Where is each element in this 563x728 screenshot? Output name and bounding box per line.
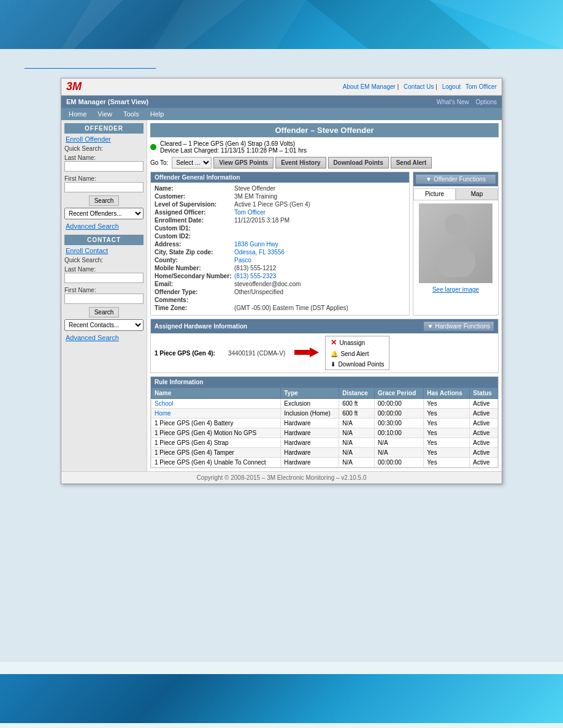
info-row-enrollment: Enrollment Date: 11/12/2015 3:18 PM [155,217,405,224]
recent-offenders-select[interactable]: Recent Offenders... [64,208,144,219]
banner-decoration [0,0,563,49]
contact-link[interactable]: Contact Us [404,83,434,90]
cell-distance: 600 ft [339,409,375,419]
address-link[interactable]: 1838 Gunn Hwy [234,241,278,248]
app-topbar: 3M About EM Manager | Contact Us | Logou… [61,78,502,96]
sidebar-contact-section: CONTACT Enroll Contact Quick Search: Las… [64,235,144,341]
cell-name: 1 Piece GPS (Gen 4) Unable To Connect [151,458,281,468]
offender-search-button[interactable]: Search [89,195,120,206]
name-label: Name: [155,185,234,192]
email-value: steveoffender@doc.com [234,281,301,287]
svg-point-6 [436,243,475,277]
last-name-input[interactable] [64,161,144,172]
status-text: Cleared – 1 Piece GPS (Gen 4) Strap (3.6… [160,140,307,154]
mobile-label: Mobile Number: [155,265,234,271]
cell-type: Hardware [281,458,339,468]
cell-distance: N/A [339,448,375,458]
whats-new-link[interactable]: What's New [437,99,469,105]
svg-point-5 [445,214,467,236]
cell-name: Home [151,409,281,419]
logout-link[interactable]: Logout [442,83,461,90]
enrollment-label: Enrollment Date: [155,217,234,224]
cell-grace: 00:00:00 [374,458,423,468]
info-row-mobile: Mobile Number: (813) 555-1212 [155,265,405,271]
row-name-link[interactable]: School [155,400,174,407]
first-name-input[interactable] [64,182,144,192]
custom1-label: Custom ID1: [155,225,234,232]
name-value: Steve Offender [234,185,275,192]
map-tab[interactable]: Map [456,188,498,200]
offender-functions-bar: ▼ Offender Functions [413,172,498,186]
last-name-label: Last Name: [64,154,144,161]
enroll-offender-link[interactable]: Enroll Offender [66,135,144,143]
status-bar: Cleared – 1 Piece GPS (Gen 4) Strap (3.6… [150,140,499,154]
top-banner [0,0,563,49]
offender-info-panel: Offender General Information Name: Steve… [150,172,410,316]
view-gps-button[interactable]: View GPS Points [213,157,274,169]
col-status: Status [470,388,498,399]
photo-tabs: Picture Map [413,188,498,200]
cell-status: Active [470,448,498,458]
contact-first-name-input[interactable] [64,294,144,304]
advanced-search-link[interactable]: Advanced Search [66,222,144,230]
svg-marker-7 [294,347,319,357]
city-link[interactable]: Odessa, FL 33556 [234,249,285,256]
picture-tab[interactable]: Picture [413,188,456,200]
county-label: County: [155,257,234,264]
enroll-contact-link[interactable]: Enroll Contact [66,247,144,254]
cell-type: Hardware [281,448,339,458]
contact-last-name-input[interactable] [64,273,144,283]
quick-search-label: Quick Search: [64,145,144,152]
menu-tools[interactable]: Tools [121,110,142,118]
rule-title: Rule Information [155,379,203,385]
right-arrow-icon [294,346,319,358]
advanced-search-contact-link[interactable]: Advanced Search [66,334,144,341]
info-row-name: Name: Steve Offender [155,185,405,192]
download-points-menu-item[interactable]: ⬇ Download Points [326,359,389,370]
rules-table: Name Type Distance Grace Period Has Acti… [151,387,498,468]
hardware-functions-button[interactable]: ▼ Hardware Functions [423,321,494,332]
contact-search-button[interactable]: Search [89,307,120,317]
mobile-value: (813) 555-1212 [234,265,276,271]
col-has-actions: Has Actions [424,388,470,399]
send-alert-menu-item[interactable]: 🔔 Send Alert [326,349,389,359]
home-phone-link[interactable]: (813) 555-2323 [234,273,276,279]
info-section: Offender General Information Name: Steve… [150,172,499,316]
send-alert-button[interactable]: Send Alert [391,157,432,169]
info-row-address: Address: 1838 Gunn Hwy [155,241,405,248]
menu-home[interactable]: Home [66,110,89,118]
breadcrumb-link[interactable]: ___________________________________ [25,61,538,69]
about-link[interactable]: About EM Manager [343,83,396,90]
menu-help[interactable]: Help [148,110,167,118]
event-history-button[interactable]: Event History [275,157,326,169]
titlebar-nav: What's New Options [432,99,497,105]
cell-has_actions: Yes [424,438,470,448]
bottom-logo: 3M [0,723,563,728]
row-name-link[interactable]: Home [155,410,171,417]
county-link[interactable]: Pasco [234,257,251,264]
options-link[interactable]: Options [476,99,497,105]
goto-select[interactable]: Select ... [172,157,212,169]
officer-link[interactable]: Tom Officer [234,209,266,216]
first-name-label: First Name: [64,175,144,182]
rules-table-head: Name Type Distance Grace Period Has Acti… [151,388,498,399]
sidebar: OFFENDER Enroll Offender Quick Search: L… [61,120,147,471]
recent-contacts-select[interactable]: Recent Contacts... [64,319,144,331]
contact-first-name-label: First Name: [64,287,144,294]
rule-header: Rule Information [151,377,498,387]
cell-distance: N/A [339,438,375,448]
customer-label: Customer: [155,193,234,200]
alert-bell-icon: 🔔 [331,351,338,357]
unassign-menu-item[interactable]: ✕ Unassign [326,336,389,349]
hw-arrow-icon: ▼ [427,323,434,330]
cell-name: 1 Piece GPS (Gen 4) Tamper [151,448,281,458]
offender-functions-button[interactable]: ▼ Offender Functions [415,174,496,184]
contact-last-name-label: Last Name: [64,266,144,273]
user-link[interactable]: Tom Officer [465,83,497,90]
menu-view[interactable]: View [95,110,115,118]
see-larger-image-link[interactable]: See larger image [413,286,498,296]
app-window: 3M About EM Manager | Contact Us | Logou… [61,78,502,484]
cell-status: Active [470,419,498,428]
table-row: SchoolExclusion600 ft00:00:00YesActive [151,399,498,409]
download-points-button[interactable]: Download Points [328,157,389,169]
